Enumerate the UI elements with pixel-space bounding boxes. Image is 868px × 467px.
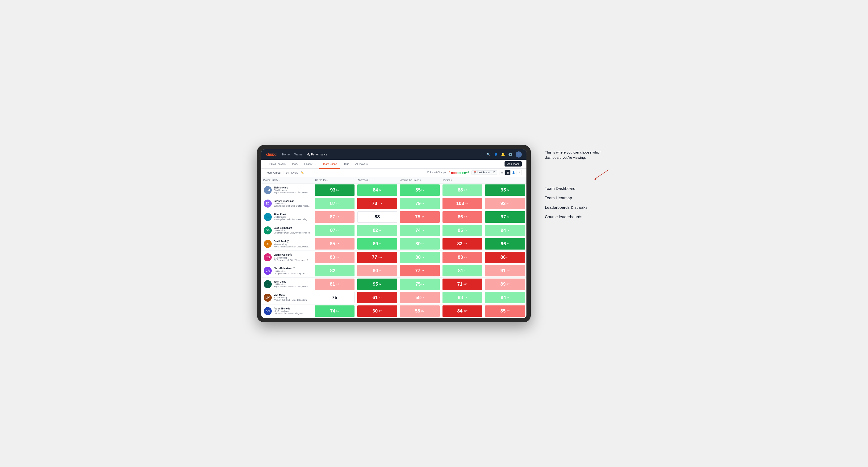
tab-hcaps[interactable]: Hcaps 1-5 — [301, 160, 319, 168]
score-box: 86-8▼ — [485, 252, 525, 263]
score-change: -2▼ — [464, 297, 467, 299]
score-change: 7▲ — [379, 243, 382, 245]
add-team-button[interactable]: Add Team — [504, 161, 522, 166]
search-icon[interactable]: 🔍 — [486, 153, 490, 156]
heat-seg-5 — [460, 172, 461, 174]
table-row[interactable]: JCJosh Coles1-5 HandicapRoyal North Devo… — [261, 278, 526, 291]
player-info: Charlie Quick ⓘ6-10 HandicapSt. George's… — [274, 253, 311, 261]
download-view-button[interactable]: ⬇ — [517, 170, 522, 175]
edit-icon[interactable]: ✏️ — [301, 171, 304, 174]
table-row[interactable]: MMMatt Miller6-10 HandicapWoburn Golf Cl… — [261, 291, 526, 305]
score-change: -2▼ — [506, 283, 510, 285]
tab-team-clippd[interactable]: Team Clippd — [319, 160, 340, 168]
arrow-svg — [592, 167, 611, 182]
score-box: 752▲ — [400, 279, 440, 290]
last-rounds-label: Last Rounds: — [477, 171, 491, 174]
avatar[interactable]: U — [516, 151, 522, 158]
score-change: 1▲ — [421, 229, 424, 231]
settings-icon[interactable]: ⚙️ — [508, 153, 512, 156]
option-team-heatmap[interactable]: Team Heatmap — [545, 196, 611, 200]
score-change: -1▼ — [464, 189, 467, 191]
player-name: Edward Crossman — [274, 200, 311, 203]
table-row[interactable]: EEElliot Ebert1-5 HandicapSunningdale Go… — [261, 210, 526, 224]
score-cell: 77-3▼ — [399, 264, 441, 277]
last-rounds-button[interactable]: 📅 Last Rounds: 20 — [471, 170, 497, 175]
score-number: 89 — [373, 241, 378, 247]
score-number: 60 — [372, 308, 378, 314]
score-box: 939▲ — [315, 184, 354, 196]
table-row[interactable]: BMBlair McHargPlus HandicapRoyal North D… — [261, 184, 526, 197]
score-cell: 10315▲ — [441, 197, 484, 210]
score-number: 85 — [415, 187, 421, 193]
user-icon[interactable]: 👤 — [494, 153, 498, 156]
nav-link-home[interactable]: Home — [282, 152, 290, 157]
team-count: 14 Players — [286, 171, 298, 174]
col-header-player: Player Quality ↓ — [261, 178, 313, 182]
score-change: -3▼ — [378, 297, 382, 299]
player-name: Elliot Ebert — [274, 213, 311, 216]
score-number: 88 — [458, 187, 463, 193]
tab-all-players[interactable]: All Players — [352, 160, 371, 168]
score-cell: 83-3▼ — [313, 251, 356, 264]
score-number: 94 — [501, 295, 506, 300]
table-row[interactable]: CRChris Robertson ⓘ1-5 HandicapCraigmill… — [261, 264, 526, 278]
nav-link-teams[interactable]: Teams — [294, 152, 302, 157]
person-view-button[interactable]: 👤 — [511, 170, 516, 175]
score-box: 10315▲ — [442, 198, 483, 209]
grid-view-button[interactable]: ⊞ — [500, 170, 505, 175]
bell-icon[interactable]: 🔔 — [501, 153, 505, 156]
score-box: 803▲ — [400, 238, 440, 250]
table-row[interactable]: ANAaron Nicholls11-15 HandicapDrift Golf… — [261, 305, 526, 318]
player-cell: JCJosh Coles1-5 HandicapRoyal North Devo… — [261, 278, 313, 291]
option-team-dashboard[interactable]: Team Dashboard — [545, 186, 611, 191]
score-box: 941▲ — [485, 225, 525, 236]
player-avatar: JC — [264, 280, 272, 288]
score-box: 87-3▼ — [315, 211, 354, 223]
score-cell: 824▲ — [356, 224, 399, 237]
player-info: Aaron Nicholls11-15 HandicapDrift Golf C… — [274, 307, 303, 315]
heat-neg-value: -5 — [448, 171, 450, 174]
score-number: 80 — [415, 254, 421, 260]
tab-pgat-players[interactable]: PGAT Players — [266, 160, 289, 168]
heat-seg-1 — [451, 172, 453, 174]
score-cell: 61-3▼ — [356, 291, 399, 304]
score-change: 8▲ — [336, 310, 339, 312]
score-number: 81 — [330, 281, 335, 287]
score-change: -3▼ — [506, 270, 510, 272]
score-box: 61-3▼ — [357, 292, 397, 303]
score-number: 82 — [330, 268, 335, 273]
score-box: 77-14▼ — [357, 252, 397, 263]
score-number: 77 — [372, 254, 377, 260]
heat-seg-6 — [462, 172, 464, 174]
tab-pga[interactable]: PGA — [289, 160, 301, 168]
heatmap-view-button[interactable]: ▦ — [505, 170, 510, 175]
score-change: -1▼ — [378, 310, 382, 312]
player-name: Aaron Nicholls — [274, 307, 303, 310]
score-cell: 60-1▼ — [356, 305, 399, 318]
table-row[interactable]: DFDavid Ford ⓘPlus HandicapRoyal North D… — [261, 237, 526, 251]
score-change: 9▲ — [336, 189, 339, 191]
option-course-leaderboards[interactable]: Course leaderboards — [545, 215, 611, 219]
table-row[interactable]: DBDave Billingham1-5 HandicapGog Magog G… — [261, 224, 526, 237]
player-info: Chris Robertson ⓘ1-5 HandicapCraigmillar… — [274, 267, 305, 275]
player-club: Gog Magog Golf Club, United Kingdom — [274, 231, 310, 234]
option-leaderboards[interactable]: Leaderboards & streaks — [545, 205, 611, 210]
player-handicap: 1-5 Handicap — [274, 270, 305, 272]
score-cell: 85-3▼ — [441, 224, 484, 237]
round-change-label: 20 Round Change — [427, 171, 445, 174]
score-box: 871▲ — [315, 198, 354, 209]
score-number: 84 — [457, 308, 462, 314]
score-number: 75 — [332, 295, 337, 300]
nav-link-myperformance[interactable]: My Performance — [306, 152, 327, 157]
player-club: Sunningdale Golf Club, United Kingdom — [274, 205, 311, 207]
score-cell: 88-2▼ — [441, 291, 484, 304]
score-cell: 752▲ — [399, 278, 441, 291]
score-change: -6▼ — [464, 256, 467, 258]
score-cell: 799▲ — [399, 197, 441, 210]
table-row[interactable]: CQCharlie Quick ⓘ6-10 HandicapSt. George… — [261, 251, 526, 264]
score-cell: 958▲ — [356, 278, 399, 291]
score-box: 799▲ — [400, 198, 440, 209]
table-row[interactable]: ECEdward Crossman1-5 HandicapSunningdale… — [261, 197, 526, 210]
tab-tour[interactable]: Tour — [340, 160, 352, 168]
score-cell: 814▲ — [441, 264, 484, 277]
